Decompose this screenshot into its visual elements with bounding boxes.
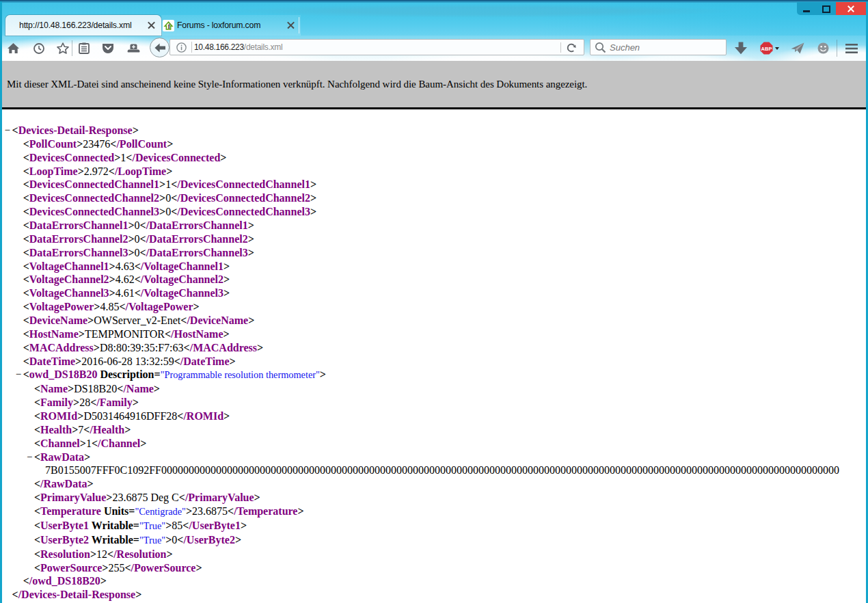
tab-loxforum[interactable]: f Forums - loxforum.com [161, 15, 301, 36]
xml-markup: < [23, 192, 29, 204]
adblock-plus-button[interactable]: ABP [757, 36, 781, 61]
xml-text: 4.62 [116, 273, 135, 285]
xml-tag: /ROMId [183, 410, 223, 422]
xml-markup: < [109, 165, 115, 177]
history-button[interactable] [31, 36, 47, 61]
xml-markup: > [87, 314, 94, 326]
send-tab-button[interactable] [788, 36, 807, 61]
xml-tag: owd_DS18B20 [29, 368, 98, 380]
reading-list-button[interactable] [76, 36, 92, 61]
xml-markup: > [154, 383, 160, 394]
search-bar[interactable]: Suchen [590, 39, 727, 55]
window-top-border [0, 0, 868, 3]
xml-markup: < [34, 492, 40, 503]
xml-text: 2.972 [84, 165, 109, 177]
xml-markup: < [34, 505, 40, 517]
xml-tag: Devices-Detail-Response [18, 124, 133, 136]
xml-markup: < [34, 534, 40, 546]
toolbar-separator [837, 40, 837, 57]
paper-plane-icon [791, 42, 804, 54]
xml-line: </RawData> [2, 477, 866, 491]
xml-text: D8:80:39:35:F7:63 [100, 342, 184, 353]
xml-text: 0 [135, 247, 140, 258]
maximize-button[interactable] [817, 2, 837, 15]
menu-button[interactable] [841, 36, 862, 61]
xml-tag: UserByte1 [40, 520, 89, 531]
tab-details-xml[interactable]: http://10.48.166.223/details.xml [5, 15, 161, 36]
xml-text: 28 [79, 397, 90, 408]
xml-markup: > [109, 260, 116, 272]
emoji-extension-button[interactable] [813, 36, 832, 61]
xml-text: 85 [172, 520, 182, 531]
url-bar[interactable]: 10.48.166.223/details.xml [169, 39, 584, 55]
xml-markup: > [257, 342, 263, 353]
xml-markup: > [73, 397, 79, 408]
xml-markup: < [12, 589, 18, 600]
xml-text: 7B0155007FFF0C1092FF00000000000000000000… [45, 464, 839, 476]
pocket-button[interactable] [100, 36, 116, 61]
tab-close-icon[interactable] [148, 22, 155, 29]
addon-button[interactable] [125, 36, 141, 61]
xml-notice-message: Mit dieser XML-Datei sind anscheinend ke… [7, 79, 587, 90]
page-content: Mit dieser XML-Datei sind anscheinend ke… [2, 61, 866, 603]
xml-markup: > [159, 206, 165, 217]
xml-markup: < [171, 192, 177, 204]
xml-tag: VoltagePower [29, 301, 94, 312]
xml-markup: > [223, 260, 230, 272]
xml-markup: > [248, 219, 254, 231]
xml-markup: < [34, 397, 40, 408]
xml-markup: > [84, 451, 90, 463]
xml-markup: > [310, 192, 316, 204]
xml-markup: < [135, 273, 141, 285]
xml-line: <PrimaryValue>23.6875 Deg C</PrimaryValu… [2, 491, 866, 505]
add-ons-icon [127, 43, 140, 53]
tab-close-icon[interactable] [287, 22, 295, 29]
collapse-expander[interactable]: − [27, 451, 32, 464]
downloads-button[interactable] [731, 36, 750, 61]
home-button[interactable] [5, 36, 21, 61]
xml-line: 7B0155007FFF0C1092FF00000000000000000000… [2, 464, 866, 477]
xml-markup: < [171, 178, 177, 190]
xml-markup: > [297, 505, 303, 517]
xml-markup: < [23, 206, 29, 217]
collapse-expander[interactable]: − [5, 124, 10, 137]
xml-tag: /DateTime [180, 356, 230, 367]
back-button[interactable] [150, 38, 169, 57]
xml-markup: < [117, 383, 123, 394]
xml-line: <Temperature Units="Centigrade">23.6875<… [2, 505, 866, 519]
xml-line: </Devices-Detail-Response> [2, 588, 866, 602]
xml-markup: > [223, 410, 230, 422]
xml-tag: /DataErrorsChannel1 [146, 219, 248, 231]
xml-line: <Family>28</Family> [2, 396, 866, 410]
xml-tag: Resolution [40, 548, 90, 560]
xml-markup: > [72, 424, 78, 436]
xml-markup: < [34, 410, 40, 422]
xml-line: <DevicesConnected>1</DevicesConnected> [2, 151, 866, 165]
xml-markup: < [119, 301, 125, 312]
xml-line: <Health>7</Health> [2, 423, 866, 437]
xml-line: <DevicesConnectedChannel3>0</DevicesConn… [2, 205, 866, 219]
xml-markup: > [133, 397, 139, 408]
xml-markup: < [23, 301, 29, 312]
collapse-expander[interactable]: − [16, 368, 21, 381]
xml-tag: /DevicesConnectedChannel1 [177, 178, 310, 190]
close-button[interactable] [836, 2, 866, 15]
xml-markup: < [23, 247, 29, 258]
xml-markup: > [195, 562, 202, 574]
xml-line: <PollCount>23476</PollCount> [2, 137, 866, 151]
xml-text: D5031464916DFF28 [83, 410, 177, 422]
url-text[interactable]: 10.48.166.223/details.xml [194, 42, 282, 52]
info-icon[interactable] [176, 42, 187, 53]
hamburger-menu-icon [845, 44, 858, 53]
xml-markup: < [140, 219, 146, 231]
xml-markup: > [165, 520, 172, 531]
xml-tag: PrimaryValue [40, 492, 106, 503]
minimize-button[interactable] [797, 2, 817, 15]
xml-markup: > [79, 328, 85, 340]
xml-markup: < [34, 520, 40, 531]
xml-line: <LoopTime>2.972</LoopTime> [2, 165, 866, 178]
reload-button[interactable] [563, 40, 580, 56]
xml-attribute-name: Description [97, 368, 154, 380]
smiley-icon [817, 42, 829, 54]
bookmark-button[interactable] [55, 36, 71, 61]
